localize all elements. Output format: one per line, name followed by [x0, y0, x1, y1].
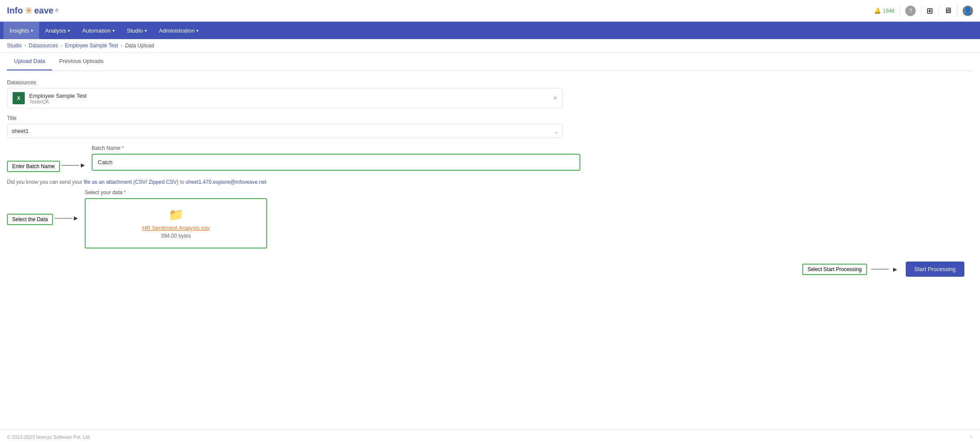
- datasource-close-btn[interactable]: ×: [553, 95, 557, 102]
- email-tip-suffix: to: [180, 179, 185, 185]
- breadcrumb: Studio › Datasources › Employee Sample T…: [0, 39, 980, 53]
- arrow-icon-batch: ▶: [81, 162, 85, 168]
- batch-name-field-group: Batch Name: [92, 145, 580, 171]
- notification-badge[interactable]: 🔔 1948: [874, 7, 894, 14]
- divider-4: [957, 6, 957, 16]
- batch-name-input[interactable]: [92, 154, 580, 171]
- nav-analysis[interactable]: Analysis ▾: [39, 22, 76, 39]
- datasource-label: Datasources: [7, 80, 563, 86]
- divider-3: [938, 6, 939, 16]
- start-processing-annotation-group: Select Start Processing ▶: [802, 264, 897, 275]
- title-section: Title sheet1 ⌄: [7, 115, 563, 138]
- breadcrumb-employee[interactable]: Employee Sample Test: [65, 43, 118, 49]
- top-right-icons: 🔔 1948 ? ⊞ 🖥 👤: [874, 6, 973, 16]
- nav-insights[interactable]: Insights ▾: [3, 22, 39, 39]
- nav-administration-arrow: ▾: [196, 28, 199, 33]
- email-address-link[interactable]: sheet1.470.explore@infoveave.net: [186, 179, 267, 185]
- annotation-line-batch: [62, 165, 79, 166]
- file-upload-row: Select the Data ▶ Select your data 📁 HR …: [7, 189, 973, 249]
- datasource-sub: TesterQA: [29, 99, 87, 104]
- logo-info: Info: [7, 6, 23, 16]
- breadcrumb-datasources[interactable]: Datasources: [29, 43, 58, 49]
- logo: Info ✳ eave ®: [7, 5, 59, 17]
- divider-2: [921, 6, 921, 16]
- nav-analysis-arrow: ▾: [68, 28, 70, 33]
- title-select-wrapper: sheet1 ⌄: [7, 124, 563, 138]
- excel-icon: X: [13, 92, 25, 104]
- annotation-line-start: [871, 269, 889, 269]
- file-drop-area[interactable]: 📁 HR Sentiment Analysis.csv 394.00 bytes: [85, 198, 267, 249]
- top-bar: Info ✳ eave ® 🔔 1948 ? ⊞ 🖥 👤: [0, 0, 980, 22]
- help-icon[interactable]: ?: [905, 6, 916, 16]
- title-label: Title: [7, 115, 563, 121]
- nav-administration[interactable]: Administration ▾: [153, 22, 205, 39]
- start-processing-annotation: Select Start Processing: [802, 264, 867, 275]
- logo-sup: ®: [55, 8, 58, 13]
- breadcrumb-sep-3: ›: [121, 43, 122, 49]
- annotation-line-file: [55, 218, 72, 219]
- file-name: HR Sentiment Analysis.csv: [142, 225, 209, 231]
- title-select[interactable]: sheet1: [7, 124, 563, 138]
- file-size: 394.00 bytes: [161, 233, 191, 239]
- nav-automation-arrow: ▾: [113, 28, 115, 33]
- email-tip-prefix: Did you know you can send your: [7, 179, 84, 185]
- file-folder-icon: 📁: [169, 208, 184, 222]
- breadcrumb-studio[interactable]: Studio: [7, 43, 22, 49]
- file-upload-field-group: Select your data 📁 HR Sentiment Analysis…: [85, 189, 267, 249]
- nav-bar: Insights ▾ Analysis ▾ Automation ▾ Studi…: [0, 22, 980, 39]
- bottom-actions: Select Start Processing ▶ Start Processi…: [7, 262, 973, 277]
- user-avatar[interactable]: 👤: [963, 6, 973, 16]
- datasource-inner: X Employee Sample Test TesterQA: [13, 92, 87, 104]
- nav-studio-arrow: ▾: [145, 28, 147, 33]
- tab-previous-uploads[interactable]: Previous Uploads: [52, 53, 110, 70]
- monitor-icon[interactable]: 🖥: [944, 6, 952, 15]
- datasource-name: Employee Sample Test: [29, 93, 87, 99]
- nav-insights-arrow: ▾: [31, 28, 33, 33]
- select-data-annotation: Select the Data: [7, 214, 53, 225]
- grid-icon[interactable]: ⊞: [927, 6, 933, 16]
- bell-icon: 🔔: [874, 7, 881, 14]
- tabs: Upload Data Previous Uploads: [7, 53, 973, 71]
- datasource-info: Employee Sample Test TesterQA: [29, 93, 87, 104]
- divider-1: [900, 6, 900, 16]
- start-processing-button[interactable]: Start Processing: [906, 262, 964, 277]
- email-link[interactable]: file as an attachment (CSV/ Zipped CSV): [84, 179, 179, 185]
- email-tip: Did you know you can send your file as a…: [7, 179, 973, 185]
- nav-studio[interactable]: Studio ▾: [121, 22, 153, 39]
- nav-automation[interactable]: Automation ▾: [76, 22, 121, 39]
- datasource-box: X Employee Sample Test TesterQA ×: [7, 88, 563, 108]
- footer: © 2013-2023 Noesys Software Pvt. Ltd. ✳: [0, 429, 980, 444]
- tab-upload-data[interactable]: Upload Data: [7, 53, 52, 70]
- arrow-icon-start: ▶: [893, 266, 897, 272]
- arrow-icon-file: ▶: [74, 215, 78, 221]
- file-upload-label: Select your data: [85, 189, 267, 195]
- logo-star-icon: ✳: [25, 5, 33, 17]
- logo-eave: eave: [34, 6, 54, 16]
- footer-copyright: © 2013-2023 Noesys Software Pvt. Ltd.: [7, 434, 91, 440]
- batch-name-label: Batch Name: [92, 145, 580, 151]
- batch-name-annotation: Enter Batch Name: [7, 161, 60, 172]
- breadcrumb-data-upload: Data Upload: [125, 43, 154, 49]
- notification-count: 1948: [883, 8, 894, 14]
- datasource-section: Datasources X Employee Sample Test Teste…: [7, 80, 563, 108]
- footer-icon: ✳: [969, 434, 973, 440]
- breadcrumb-sep-1: ›: [24, 43, 26, 49]
- main-content: Upload Data Previous Uploads Datasources…: [0, 53, 980, 429]
- batch-name-row: Enter Batch Name ▶ Batch Name: [7, 145, 580, 172]
- breadcrumb-sep-2: ›: [60, 43, 62, 49]
